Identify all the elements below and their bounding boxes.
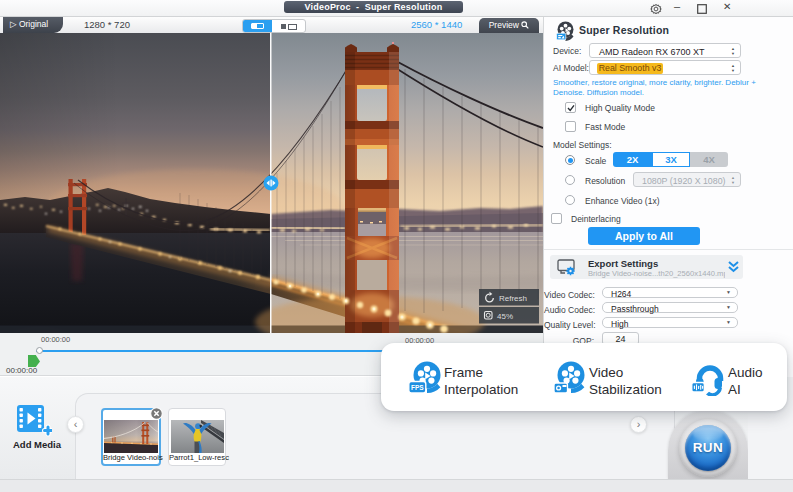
svg-text:FPS: FPS bbox=[411, 384, 424, 391]
svg-text:Refresh: Refresh bbox=[499, 294, 527, 303]
svg-text:45%: 45% bbox=[497, 312, 513, 321]
